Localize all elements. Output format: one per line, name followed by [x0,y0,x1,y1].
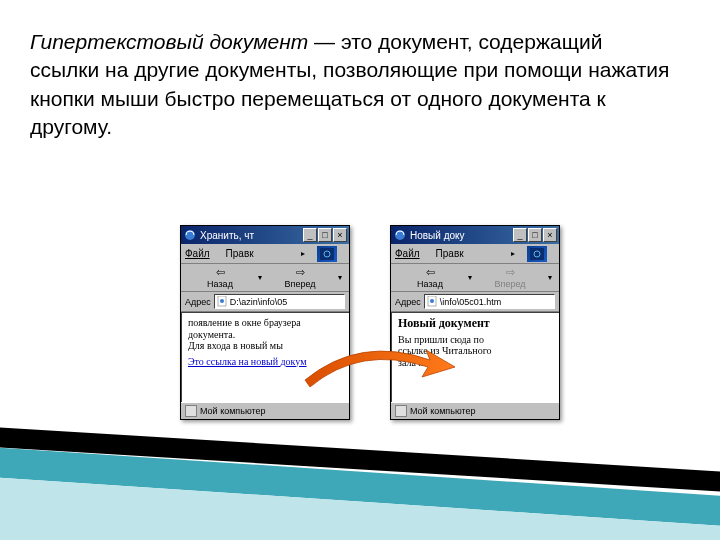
menubar: Файл Правк ▸ [391,244,559,264]
close-button[interactable]: × [333,228,347,242]
close-button[interactable]: × [543,228,557,242]
nav-dropdown-icon[interactable]: ▾ [465,273,475,282]
term: Гипертекстовый документ [30,30,308,53]
address-input[interactable]: D:\azin\info\05 [214,294,345,309]
maximize-button[interactable]: □ [528,228,542,242]
back-arrow-icon: ⇦ [395,266,465,279]
window-title: Хранить, чт [200,230,303,241]
maximize-button[interactable]: □ [318,228,332,242]
back-button[interactable]: ⇦ Назад [185,266,255,289]
forward-arrow-icon: ⇨ [265,266,335,279]
svg-point-13 [430,299,434,303]
address-value: \info\05с01.htm [440,297,502,307]
svg-rect-5 [320,248,334,260]
window-title: Новый доку [410,230,513,241]
nav-dropdown-icon[interactable]: ▾ [335,273,345,282]
nav-dropdown-icon[interactable]: ▾ [255,273,265,282]
status-text: Мой компьютер [410,406,476,416]
status-bar: Мой компьютер [391,402,559,419]
address-label: Адрес [185,297,211,307]
back-button[interactable]: ⇦ Назад [395,266,465,289]
nav-dropdown-icon[interactable]: ▾ [545,273,555,282]
address-bar: Адрес \info\05с01.htm [391,292,559,312]
menu-edit[interactable]: Правк [226,248,262,259]
ie-app-icon [393,228,407,242]
doc-icon [217,296,228,307]
address-value: D:\azin\info\05 [230,297,288,307]
minimize-button[interactable]: _ [303,228,317,242]
forward-button[interactable]: ⇨ Вперед [265,266,335,289]
browser-windows-group: Хранить, чт _ □ × Файл Правк ▸ ⇦ Назад ▾… [180,225,580,455]
address-label: Адрес [395,297,421,307]
address-bar: Адрес D:\azin\info\05 [181,292,349,312]
navigation-toolbar: ⇦ Назад ▾ ⇨ Вперед ▾ [181,264,349,292]
zone-icon [395,405,407,417]
address-input[interactable]: \info\05с01.htm [424,294,555,309]
page-heading: Новый документ [398,317,553,331]
menu-file[interactable]: Файл [185,248,218,259]
content-text: Вы пришли сюда по [398,334,553,346]
ie-app-icon [183,228,197,242]
ie-throbber-icon [317,246,337,262]
menubar: Файл Правк ▸ [181,244,349,264]
back-arrow-icon: ⇦ [185,266,255,279]
titlebar[interactable]: Новый доку _ □ × [391,226,559,244]
definition-paragraph: Гипертекстовый документ — это документ, … [30,28,670,141]
navigation-toolbar: ⇦ Назад ▾ ⇨ Вперед ▾ [391,264,559,292]
menu-expand-icon[interactable]: ▸ [511,249,515,258]
menu-expand-icon[interactable]: ▸ [301,249,305,258]
svg-marker-2 [0,445,720,535]
status-bar: Мой компьютер [181,402,349,419]
zone-icon [185,405,197,417]
ie-throbber-icon [527,246,547,262]
link-arrow-icon [300,345,460,395]
status-text: Мой компьютер [200,406,266,416]
content-text: документа. [188,329,343,341]
content-text: появление в окне браузера [188,317,343,329]
menu-file[interactable]: Файл [395,248,428,259]
svg-rect-10 [530,248,544,260]
forward-button[interactable]: ⇨ Вперед [475,266,545,289]
doc-icon [427,296,438,307]
hyperlink[interactable]: Это ссылка на новый докум [188,356,307,367]
minimize-button[interactable]: _ [513,228,527,242]
menu-edit[interactable]: Правк [436,248,472,259]
svg-marker-3 [0,475,720,540]
svg-point-8 [220,299,224,303]
titlebar[interactable]: Хранить, чт _ □ × [181,226,349,244]
forward-arrow-icon: ⇨ [475,266,545,279]
